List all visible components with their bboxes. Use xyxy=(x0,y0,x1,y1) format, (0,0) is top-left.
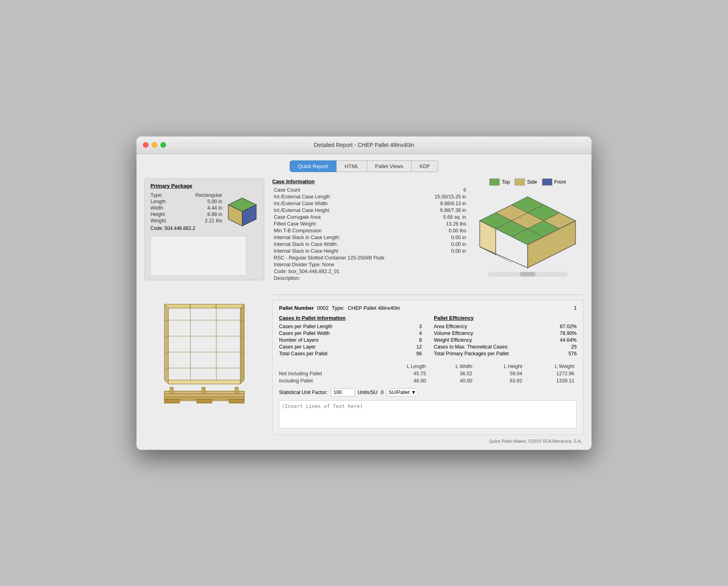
scrollbar-thumb[interactable] xyxy=(520,272,536,277)
maximize-button[interactable] xyxy=(160,142,166,148)
volume-efficiency-row: Volume Efficiency 78.90% xyxy=(434,330,577,337)
cases-in-pallet-header: Cases in Pallet Information xyxy=(279,315,422,321)
table-row: Case Corrugate Area 5.66 sq. in xyxy=(272,214,468,221)
min-tb-label: Min T-B Compression xyxy=(272,228,380,234)
scrollbar-track xyxy=(488,272,568,277)
main-window: Detailed Report - CHEP Pallet 48inx40in … xyxy=(136,137,592,450)
legend-side: Side xyxy=(514,178,537,186)
su-pallet-dropdown[interactable]: SU/Pallet ▼ xyxy=(387,388,418,396)
table-row: Int./External Case Height 6.88/7.38 in xyxy=(272,207,468,214)
color-legend: Top Side Front xyxy=(489,178,566,186)
total-cases-value: 96 xyxy=(416,351,422,356)
chevron-down-icon: ▼ xyxy=(411,390,416,395)
main-layout: Primary Package Type: Rectangular Length… xyxy=(144,178,584,443)
cases-per-width-value: 4 xyxy=(419,331,422,336)
rsc-label: RSC - Regular Slotted Container 125-250#… xyxy=(272,255,468,261)
primary-package-header: Primary Package xyxy=(150,183,258,189)
total-pkg-row: Total Primary Packages per Pallet 576 xyxy=(434,350,577,357)
slack-height-label: Internal Slack in Case Height xyxy=(272,248,380,255)
area-efficiency-value: 87.02% xyxy=(560,324,577,329)
side-label: Side xyxy=(527,179,537,185)
pallet-number-row: Pallet Number 0002 Type: CHEP Pallet 48i… xyxy=(279,305,577,311)
pkg-row-height: Height 6.88 in xyxy=(150,211,222,218)
right-view: Top Side Front xyxy=(472,178,584,290)
left-panel: Primary Package Type: Rectangular Length… xyxy=(144,178,264,443)
num-layers-row: Number of Layers 8 xyxy=(279,337,422,344)
efficiency-header: Pallet Efficiency xyxy=(434,315,577,321)
case-info-area: Case Information Case Count 6 Int./Exter… xyxy=(272,178,468,290)
front-label: Front xyxy=(554,179,566,185)
dim-header-length: L Length xyxy=(377,363,429,370)
table-row: Internal Slack in Case Height 0.00 in xyxy=(272,248,468,255)
close-button[interactable] xyxy=(143,142,148,148)
svg-marker-11 xyxy=(240,304,244,384)
tab-pallet-views[interactable]: Pallet Views xyxy=(367,160,412,172)
pallet-image-area: /* boxes rendered below */ xyxy=(144,288,264,408)
table-row: Internal Slack in Case Width: 0.00 in xyxy=(272,241,468,248)
weight-efficiency-label: Weight Efficiency xyxy=(434,337,472,343)
area-efficiency-label: Area Efficiency xyxy=(434,324,467,329)
dim-header-height: L Height xyxy=(475,363,524,370)
case-width-value: 8.88/9.13 in xyxy=(380,200,468,207)
side-swatch xyxy=(514,178,525,186)
svg-rect-21 xyxy=(170,387,173,394)
slack-length-value: 0.00 in xyxy=(380,234,468,241)
pkg-type-value: Rectangular xyxy=(196,192,222,198)
insert-text-area[interactable] xyxy=(279,400,577,428)
box-3d-image xyxy=(226,196,258,232)
table-row: Not Including Pallet 45.75 36.52 59.04 1… xyxy=(279,370,577,377)
cases-per-width-label: Cases per Pallet Width xyxy=(279,331,330,336)
table-row: Internal Divider Type: None xyxy=(272,261,468,268)
table-row: Int./External Case Width 8.88/9.13 in xyxy=(272,200,468,207)
not-including-height: 59.04 xyxy=(475,370,524,377)
cases-per-layer-value: 12 xyxy=(416,344,422,350)
legend-front: Front xyxy=(542,178,566,186)
section-divider xyxy=(272,295,584,295)
pallet-3d-svg: /* boxes rendered below */ xyxy=(152,288,256,408)
pallet-number-label: Pallet Number xyxy=(279,305,314,311)
min-tb-value: 0.00 lbs xyxy=(380,228,468,234)
units-su-label: Units/SU xyxy=(358,390,378,395)
titlebar: Detailed Report - CHEP Pallet 48inx40in xyxy=(136,137,592,154)
num-layers-label: Number of Layers xyxy=(279,337,318,343)
total-pkg-label: Total Primary Packages per Pallet xyxy=(434,351,509,356)
filled-weight-value: 13.26 lbs xyxy=(380,221,468,228)
cases-per-layer-label: Cases per Layer xyxy=(279,344,316,350)
volume-efficiency-label: Volume Efficiency xyxy=(434,331,473,336)
svg-rect-23 xyxy=(235,387,238,394)
content-area: Quick Report HTML Pallet Views KDF Prima… xyxy=(136,154,592,450)
corrugate-area-value: 5.66 sq. in xyxy=(380,214,468,221)
pkg-height-value: 6.88 in xyxy=(207,212,222,217)
tab-kdf[interactable]: KDF xyxy=(411,160,438,172)
tab-quick-report[interactable]: Quick Report xyxy=(290,160,337,172)
footer: Quick Pallet Maker, ©2019 SCA Mecanica, … xyxy=(272,439,584,443)
su-factor-input[interactable] xyxy=(331,388,355,396)
pkg-weight-value: 2.21 lbs xyxy=(205,218,222,224)
tab-html[interactable]: HTML xyxy=(336,160,367,172)
slack-width-label: Internal Slack in Case Width: xyxy=(272,241,380,248)
traffic-lights xyxy=(143,142,166,148)
table-row: RSC - Regular Slotted Container 125-250#… xyxy=(272,255,468,261)
su-row: Statistical Unit Factor: Units/SU 0 SU/P… xyxy=(279,388,577,396)
not-including-weight: 1272.96 xyxy=(524,370,577,377)
minimize-button[interactable] xyxy=(152,142,157,148)
pkg-row-weight: Weight 2.21 lbs xyxy=(150,218,222,224)
su-factor-label: Statistical Unit Factor: xyxy=(279,390,328,395)
dimensions-header-row: L Length L Width L Height L Weight xyxy=(279,363,577,370)
pallet-number-value: 0002 xyxy=(317,305,328,311)
svg-marker-8 xyxy=(164,380,244,384)
corrugate-area-label: Case Corrugate Area xyxy=(272,214,380,221)
table-row: Description: xyxy=(272,275,468,282)
area-efficiency-row: Area Efficiency 87.02% xyxy=(434,323,577,330)
su-pallet-label: SU/Pallet xyxy=(389,390,410,395)
weight-efficiency-value: 44.64% xyxy=(560,337,577,343)
max-theoretical-label: Cases to Max. Theoretical Cases: xyxy=(434,344,508,350)
tab-bar: Quick Report HTML Pallet Views KDF xyxy=(144,160,584,172)
cases-per-layer-row: Cases per Layer 12 xyxy=(279,344,422,350)
weight-efficiency-row: Weight Efficiency 44.64% xyxy=(434,337,577,344)
units-su-value: 0 xyxy=(381,390,384,395)
case-length-label: Int./External Case Length xyxy=(272,194,380,200)
case-info-header: Case Information xyxy=(272,178,468,184)
not-including-label: Not Including Pallet xyxy=(279,370,377,377)
table-row: Code: box_504.446.882.2_01 xyxy=(272,268,468,275)
